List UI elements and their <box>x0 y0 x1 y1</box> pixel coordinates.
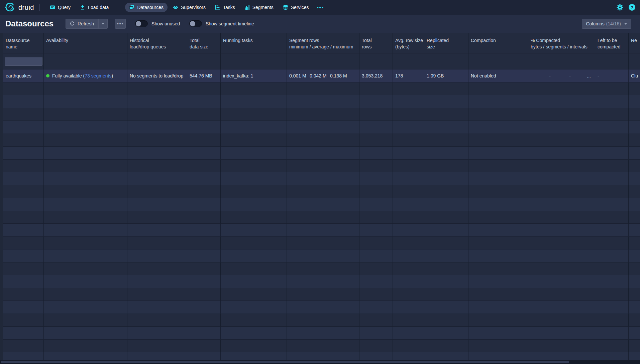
datasource-row-earthquakes[interactable]: earthquakes Fully available (73 segments… <box>3 69 640 82</box>
empty-cell <box>528 301 595 314</box>
empty-cell <box>595 82 629 95</box>
column-header-retention[interactable]: Re <box>629 33 640 53</box>
empty-cell <box>595 147 629 159</box>
help-icon[interactable]: ? <box>629 4 635 11</box>
column-header-historical-queues[interactable]: Historicalload/drop queues <box>127 33 187 53</box>
nav-item-services[interactable]: Services <box>279 3 313 12</box>
empty-cell <box>468 172 528 185</box>
empty-cell <box>287 340 359 352</box>
filter-cell <box>468 53 528 69</box>
empty-cell <box>424 301 468 314</box>
horizontal-scrollbar[interactable] <box>0 360 640 364</box>
nav-item-tasks[interactable]: Tasks <box>211 3 239 12</box>
settings-gear-icon[interactable] <box>617 4 623 11</box>
empty-cell <box>468 262 528 275</box>
table-filter-row <box>3 53 640 69</box>
toggle-knob <box>136 21 141 26</box>
empty-cell <box>187 198 221 211</box>
scrollbar-thumb[interactable] <box>1 361 569 363</box>
empty-cell <box>44 160 127 172</box>
empty-cell <box>187 211 221 224</box>
column-header-compaction[interactable]: Compaction <box>468 33 528 53</box>
empty-cell <box>595 301 629 314</box>
empty-cell <box>287 198 359 211</box>
empty-cell <box>44 108 127 121</box>
empty-cell <box>287 288 359 301</box>
show-unused-toggle[interactable] <box>135 20 148 27</box>
empty-cell <box>187 249 221 262</box>
nav-item-load-data[interactable]: Load data <box>76 3 113 12</box>
filter-cell <box>528 53 595 69</box>
empty-cell <box>528 108 595 121</box>
nav-item-query[interactable]: Query <box>46 3 75 12</box>
filter-cell <box>629 53 640 69</box>
segments-link[interactable]: 73 segments <box>85 73 111 78</box>
empty-cell <box>595 224 629 236</box>
empty-cell <box>3 249 44 262</box>
datasource-filter-input[interactable] <box>5 57 42 66</box>
column-header-availability[interactable]: Availability <box>44 33 127 53</box>
availability-text: Fully available ( <box>52 73 85 78</box>
bar-chart-icon <box>244 5 250 10</box>
column-header-segment-rows[interactable]: Segment rowsminimum / average / maximum <box>287 33 359 53</box>
empty-cell <box>359 327 393 339</box>
nav-more-button[interactable]: ••• <box>313 3 327 12</box>
column-header-pct-compacted[interactable]: % Compactedbytes / segments / intervals <box>528 33 595 53</box>
column-header-total-rows[interactable]: Totalrows <box>359 33 393 53</box>
empty-cell <box>127 314 187 327</box>
nav-item-segments[interactable]: Segments <box>240 3 278 12</box>
empty-cell <box>287 160 359 172</box>
empty-cell <box>629 108 640 121</box>
empty-cell <box>528 262 595 275</box>
empty-cell <box>3 147 44 159</box>
nav-item-supervisors[interactable]: Supervisors <box>169 3 210 12</box>
empty-cell <box>393 147 424 159</box>
empty-cell <box>468 224 528 236</box>
more-actions-button[interactable]: ••• <box>115 19 126 29</box>
column-header-running-tasks[interactable]: Running tasks <box>221 33 287 53</box>
empty-cell <box>44 314 127 327</box>
empty-cell <box>424 224 468 236</box>
empty-cell <box>221 108 287 121</box>
empty-row <box>3 82 640 96</box>
empty-cell <box>127 211 187 224</box>
nav-item-datasources[interactable]: Datasources <box>125 3 168 12</box>
empty-cell <box>528 147 595 159</box>
empty-cell <box>221 314 287 327</box>
refresh-interval-dropdown-button[interactable] <box>98 19 108 29</box>
empty-cell <box>3 275 44 288</box>
empty-cell <box>3 224 44 236</box>
empty-cell <box>393 314 424 327</box>
column-header-datasource-name[interactable]: Datasourcename <box>3 33 44 53</box>
column-header-left-to-be-compacted[interactable]: Left to becompacted <box>595 33 629 53</box>
columns-selector-button[interactable]: Columns (14/16) <box>582 19 631 29</box>
column-header-avg-row-size[interactable]: Avg. row size(bytes) <box>393 33 424 53</box>
empty-cell <box>424 340 468 352</box>
empty-cell <box>359 314 393 327</box>
druid-brand[interactable]: druid <box>5 2 34 13</box>
empty-cell <box>393 275 424 288</box>
filter-cell <box>595 53 629 69</box>
empty-cell <box>424 237 468 249</box>
empty-cell <box>127 288 187 301</box>
empty-cell <box>287 134 359 147</box>
nav-item-label: Query <box>58 5 71 10</box>
replicated-size-cell: 1.09 GB <box>424 69 468 82</box>
empty-cell <box>393 185 424 198</box>
empty-cell <box>44 327 127 339</box>
empty-cell <box>359 340 393 352</box>
empty-cell <box>393 172 424 185</box>
empty-cell <box>629 147 640 159</box>
empty-row <box>3 134 640 147</box>
column-header-replicated-size[interactable]: Replicatedsize <box>424 33 468 53</box>
empty-cell <box>221 288 287 301</box>
column-header-total-data-size[interactable]: Totaldata size <box>187 33 221 53</box>
show-segment-timeline-toggle[interactable] <box>189 20 202 27</box>
empty-cell <box>187 275 221 288</box>
refresh-button[interactable]: Refresh <box>66 19 98 29</box>
empty-cell <box>359 262 393 275</box>
empty-cell <box>287 275 359 288</box>
empty-cell <box>44 198 127 211</box>
empty-cell <box>287 327 359 339</box>
nav-item-label: Supervisors <box>181 5 206 10</box>
